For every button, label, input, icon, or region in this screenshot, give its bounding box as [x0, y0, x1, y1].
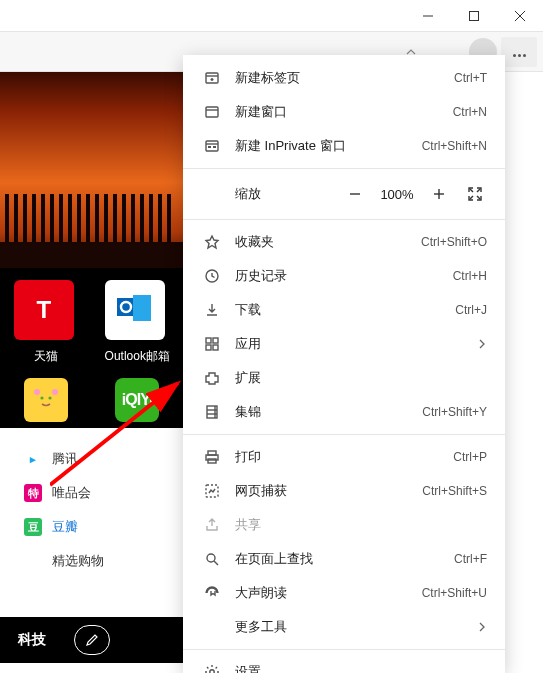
tile-label: 天猫: [3, 348, 88, 365]
tile-label: Outlook邮箱: [95, 348, 180, 365]
read-icon: [201, 585, 223, 601]
chevron-right-icon: [477, 622, 487, 632]
menu-item-label: 网页捕获: [235, 482, 422, 500]
tile-iqiyi[interactable]: iQIYi: [115, 378, 159, 422]
quick-links: ▸ 腾讯 特 唯品会 豆 豆瓣 🛍 精选购物: [0, 432, 183, 582]
menu-item-label: 集锦: [235, 403, 422, 421]
svg-rect-31: [213, 345, 218, 350]
menu-item-label: 在页面上查找: [235, 550, 454, 568]
zoom-label: 缩放: [235, 185, 261, 203]
window-icon: [201, 104, 223, 120]
zoom-row: 缩放100%: [183, 174, 505, 214]
category-tech[interactable]: 科技: [18, 631, 46, 649]
quicklink-label: 豆瓣: [52, 518, 78, 536]
quicklink-label: 腾讯: [52, 450, 78, 468]
tile-tmall[interactable]: T 天猫: [3, 276, 88, 365]
menu-item-collect[interactable]: 集锦Ctrl+Shift+Y: [183, 395, 505, 429]
pencil-icon: [85, 633, 99, 647]
svg-rect-30: [206, 345, 211, 350]
history-icon: [201, 268, 223, 284]
menu-item-label: 扩展: [235, 369, 487, 387]
menu-item-apps[interactable]: 应用: [183, 327, 505, 361]
tile-lion[interactable]: [24, 378, 68, 422]
svg-line-23: [470, 189, 473, 192]
menu-item-settings[interactable]: 设置: [183, 655, 505, 673]
menu-item-find[interactable]: 在页面上查找Ctrl+F: [183, 542, 505, 576]
svg-rect-29: [213, 338, 218, 343]
menu-item-download[interactable]: 下载Ctrl+J: [183, 293, 505, 327]
menu-item-history[interactable]: 历史记录Ctrl+H: [183, 259, 505, 293]
menu-item-newtab[interactable]: 新建标签页Ctrl+T: [183, 61, 505, 95]
menu-item-read[interactable]: 大声朗读Ctrl+Shift+U: [183, 576, 505, 610]
maximize-button[interactable]: [451, 0, 497, 32]
svg-rect-18: [206, 141, 218, 151]
svg-rect-4: [117, 298, 135, 316]
newtab-icon: [201, 70, 223, 86]
menu-item-更多工具[interactable]: 更多工具: [183, 610, 505, 644]
apps-icon: [201, 336, 223, 352]
menu-item-share[interactable]: 共享: [183, 508, 505, 542]
svg-point-8: [48, 396, 51, 399]
svg-line-25: [470, 196, 473, 199]
tile-outlook-icon: [105, 280, 165, 340]
quicklink-vipshop[interactable]: 特 唯品会: [24, 476, 183, 510]
menu-item-shortcut: Ctrl+Shift+U: [422, 586, 487, 600]
quicklink-label: 唯品会: [52, 484, 91, 502]
chevron-right-icon: [477, 339, 487, 349]
svg-rect-38: [208, 459, 216, 463]
menu-item-shortcut: Ctrl+F: [454, 552, 487, 566]
find-icon: [201, 551, 223, 567]
browser-menu: 新建标签页Ctrl+T新建窗口Ctrl+N新建 InPrivate 窗口Ctrl…: [183, 55, 505, 673]
menu-item-label: 大声朗读: [235, 584, 422, 602]
menu-item-ext[interactable]: 扩展: [183, 361, 505, 395]
quicklink-douban[interactable]: 豆 豆瓣: [24, 510, 183, 544]
menu-item-label: 新建窗口: [235, 103, 453, 121]
settings-icon: [201, 664, 223, 673]
menu-item-label: 新建标签页: [235, 69, 454, 87]
zoom-in-button[interactable]: [421, 179, 457, 209]
svg-line-26: [477, 196, 480, 199]
menu-item-label: 共享: [235, 516, 487, 534]
svg-point-10: [52, 389, 58, 395]
close-button[interactable]: [497, 0, 543, 32]
douban-icon: 豆: [24, 518, 42, 536]
menu-item-shortcut: Ctrl+N: [453, 105, 487, 119]
menu-item-label: 更多工具: [235, 618, 477, 636]
quicklink-label: 精选购物: [52, 552, 104, 570]
share-icon: [201, 517, 223, 533]
menu-item-shortcut: Ctrl+P: [453, 450, 487, 464]
collect-icon: [201, 404, 223, 420]
menu-item-capture[interactable]: 网页捕获Ctrl+Shift+S: [183, 474, 505, 508]
menu-item-label: 新建 InPrivate 窗口: [235, 137, 422, 155]
svg-point-40: [207, 554, 215, 562]
menu-item-window[interactable]: 新建窗口Ctrl+N: [183, 95, 505, 129]
zoom-value: 100%: [373, 187, 421, 202]
menu-item-star[interactable]: 收藏夹Ctrl+Shift+O: [183, 225, 505, 259]
ext-icon: [201, 370, 223, 386]
menu-item-shortcut: Ctrl+Shift+O: [421, 235, 487, 249]
menu-item-label: 打印: [235, 448, 453, 466]
minimize-button[interactable]: [405, 0, 451, 32]
menu-item-shortcut: Ctrl+J: [455, 303, 487, 317]
edit-pill[interactable]: [74, 625, 110, 655]
menu-item-inprivate[interactable]: 新建 InPrivate 窗口Ctrl+Shift+N: [183, 129, 505, 163]
menu-item-label: 收藏夹: [235, 233, 421, 251]
menu-item-shortcut: Ctrl+T: [454, 71, 487, 85]
menu-separator: [183, 168, 505, 169]
menu-item-print[interactable]: 打印Ctrl+P: [183, 440, 505, 474]
fullscreen-button[interactable]: [457, 179, 493, 209]
quicklink-shopping[interactable]: 🛍 精选购物: [24, 544, 183, 578]
menu-separator: [183, 434, 505, 435]
menu-item-shortcut: Ctrl+H: [453, 269, 487, 283]
quicklink-tencent[interactable]: ▸ 腾讯: [24, 442, 183, 476]
menu-item-shortcut: Ctrl+Shift+S: [422, 484, 487, 498]
ellipsis-icon: [512, 43, 527, 61]
inprivate-icon: [201, 138, 223, 154]
tile-outlook[interactable]: Outlook邮箱: [95, 276, 180, 365]
more-button[interactable]: [501, 37, 537, 67]
menu-item-label: 下载: [235, 301, 455, 319]
svg-rect-5: [133, 295, 151, 321]
zoom-out-button[interactable]: [337, 179, 373, 209]
print-icon: [201, 449, 223, 465]
hero-image: [0, 72, 183, 272]
